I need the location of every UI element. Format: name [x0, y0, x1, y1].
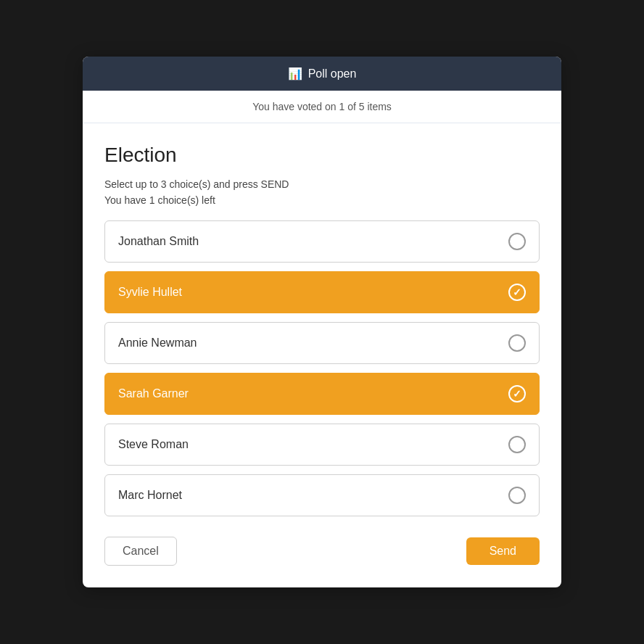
candidate-item-jonathan-smith[interactable]: Jonathan Smith✓ [104, 220, 540, 263]
election-title: Election [104, 144, 540, 167]
checkmark-icon: ✓ [513, 388, 521, 400]
candidate-item-annie-newman[interactable]: Annie Newman✓ [104, 322, 540, 364]
radio-circle: ✓ [508, 233, 526, 250]
instruction-text: Select up to 3 choice(s) and press SEND [104, 178, 540, 190]
modal-body: Election Select up to 3 choice(s) and pr… [83, 123, 561, 587]
candidate-list: Jonathan Smith✓Syvlie Hullet✓Annie Newma… [104, 220, 540, 516]
poll-header-label: Poll open [308, 67, 357, 80]
poll-header: 📊 Poll open [83, 57, 561, 91]
candidate-name: Jonathan Smith [118, 235, 199, 248]
cancel-button[interactable]: Cancel [104, 537, 177, 566]
poll-icon: 📊 [288, 67, 302, 80]
radio-circle: ✓ [508, 385, 526, 402]
candidate-name: Annie Newman [118, 337, 197, 350]
candidate-item-marc-hornet[interactable]: Marc Hornet✓ [104, 474, 540, 516]
candidate-name: Sarah Garner [118, 387, 189, 400]
checkmark-icon: ✓ [513, 286, 521, 298]
candidate-item-sarah-garner[interactable]: Sarah Garner✓ [104, 373, 540, 415]
candidate-name: Steve Roman [118, 438, 189, 451]
radio-circle: ✓ [508, 487, 526, 504]
choices-left-text: You have 1 choice(s) left [104, 194, 540, 206]
send-button[interactable]: Send [466, 537, 540, 565]
poll-status-bar: You have voted on 1 of 5 items [83, 91, 561, 123]
radio-circle: ✓ [508, 436, 526, 453]
action-buttons: Cancel Send [104, 537, 540, 566]
modal-container: 📊 Poll open You have voted on 1 of 5 ite… [83, 57, 561, 587]
candidate-name: Syvlie Hullet [118, 286, 182, 299]
candidate-item-syvlie-hullet[interactable]: Syvlie Hullet✓ [104, 271, 540, 313]
status-text: You have voted on 1 of 5 items [252, 101, 392, 112]
candidate-item-steve-roman[interactable]: Steve Roman✓ [104, 424, 540, 466]
radio-circle: ✓ [508, 334, 526, 352]
radio-circle: ✓ [508, 284, 526, 301]
candidate-name: Marc Hornet [118, 489, 182, 502]
